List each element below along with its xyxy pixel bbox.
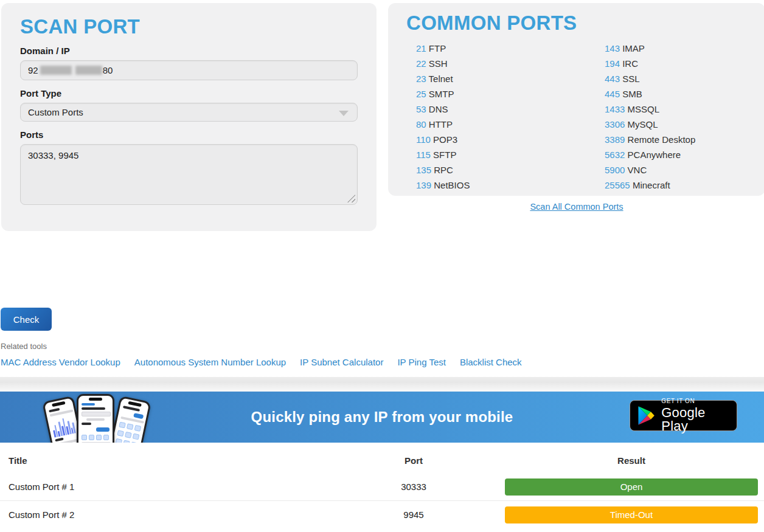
badge-get-it-on: GET IT ON xyxy=(661,398,729,404)
common-port-name: PCAnywhere xyxy=(628,150,681,160)
common-port-number-link[interactable]: 139 xyxy=(416,180,431,190)
col-header-result: Result xyxy=(505,455,758,466)
related-tool-link[interactable]: Autonomous System Number Lookup xyxy=(134,357,286,367)
common-port-name: SFTP xyxy=(433,150,456,160)
common-port-number-link[interactable]: 23 xyxy=(416,74,426,84)
common-port-number-link[interactable]: 22 xyxy=(416,58,426,69)
common-port-number-link[interactable]: 135 xyxy=(416,165,431,175)
common-port-name: MSSQL xyxy=(628,104,660,114)
common-port-number-link[interactable]: 53 xyxy=(416,104,426,114)
port-type-label: Port Type xyxy=(20,88,358,98)
common-port-number-link[interactable]: 5632 xyxy=(605,150,625,160)
common-port-item: 3306 MySQL xyxy=(605,117,747,132)
common-port-number-link[interactable]: 3306 xyxy=(605,119,625,130)
common-port-number-link[interactable]: 115 xyxy=(416,150,431,160)
scan-all-common-ports: Scan All Common Ports xyxy=(388,201,764,212)
phone-notch xyxy=(128,401,142,407)
domain-ip-input[interactable]: 9280 xyxy=(20,60,358,80)
phone-mockup-dns xyxy=(77,394,114,443)
page: SCAN PORT Domain / IP 9280 Port Type Cus… xyxy=(0,0,764,532)
section-divider xyxy=(0,377,764,392)
common-ports-column-1: 21 FTP22 SSH23 Telnet25 SMTP53 DNS80 HTT… xyxy=(406,41,577,193)
common-port-item: 194 IRC xyxy=(605,56,747,71)
common-port-number-link[interactable]: 3389 xyxy=(605,134,625,145)
common-port-name: NetBIOS xyxy=(434,180,470,190)
col-header-port: Port xyxy=(377,455,450,466)
common-port-item: 22 SSH xyxy=(416,56,577,71)
common-port-number-link[interactable]: 110 xyxy=(416,134,431,145)
ports-label: Ports xyxy=(20,130,358,140)
common-port-number-link[interactable]: 443 xyxy=(605,74,620,84)
common-ports-list: 21 FTP22 SSH23 Telnet25 SMTP53 DNS80 HTT… xyxy=(406,41,747,193)
domain-ip-value-suffix: 80 xyxy=(103,61,113,80)
common-port-name: MySQL xyxy=(628,119,658,130)
scan-all-common-ports-link[interactable]: Scan All Common Ports xyxy=(530,202,623,212)
common-port-name: DNS xyxy=(429,104,448,114)
common-port-number-link[interactable]: 194 xyxy=(605,58,620,69)
related-tool-link[interactable]: IP Subnet Calculator xyxy=(300,357,383,367)
common-ports-card: COMMON PORTS 21 FTP22 SSH23 Telnet25 SMT… xyxy=(388,3,764,196)
common-port-item: 53 DNS xyxy=(416,102,577,117)
check-button[interactable]: Check xyxy=(1,308,52,331)
common-port-name: IRC xyxy=(622,58,638,69)
google-play-icon xyxy=(637,405,655,426)
common-port-number-link[interactable]: 445 xyxy=(605,89,620,99)
phone-notch xyxy=(52,401,66,407)
common-port-item: 23 Telnet xyxy=(416,71,577,86)
resize-grip-icon[interactable] xyxy=(347,195,355,202)
common-port-item: 139 NetBIOS xyxy=(416,178,577,193)
common-port-item: 443 SSL xyxy=(605,71,747,86)
common-ports-title: COMMON PORTS xyxy=(406,12,747,35)
common-port-number-link[interactable]: 143 xyxy=(605,43,620,54)
row-title: Custom Port # 2 xyxy=(9,506,74,523)
common-port-number-link[interactable]: 80 xyxy=(416,119,426,130)
common-port-item: 5900 VNC xyxy=(605,162,747,178)
domain-ip-label: Domain / IP xyxy=(20,46,358,56)
row-divider xyxy=(0,500,764,501)
common-port-name: VNC xyxy=(628,165,647,175)
ports-textarea[interactable]: 30333, 9945 xyxy=(20,144,358,205)
related-tools-links: MAC Address Vendor LookupAutonomous Syst… xyxy=(1,357,522,367)
mobile-app-banner: Quickly ping any IP from your mobile xyxy=(0,392,764,443)
common-port-name: SMB xyxy=(622,89,642,99)
related-tool-link[interactable]: IP Ping Test xyxy=(397,357,446,367)
common-port-item: 25565 Minecraft xyxy=(605,178,747,193)
common-port-item: 3389 Remote Desktop xyxy=(605,132,747,147)
common-port-item: 143 IMAP xyxy=(605,41,747,56)
common-ports-column-2: 143 IMAP194 IRC443 SSL445 SMB1433 MSSQL3… xyxy=(577,41,747,193)
common-port-item: 110 POP3 xyxy=(416,132,577,147)
col-header-title: Title xyxy=(9,455,27,466)
badge-google-play: Google Play xyxy=(661,406,729,433)
port-type-selected-value: Custom Ports xyxy=(28,103,83,122)
common-port-number-link[interactable]: 25565 xyxy=(605,180,630,190)
results-table: Title Port Result Custom Port # 1 30333 … xyxy=(0,448,764,532)
common-port-name: POP3 xyxy=(433,134,457,145)
redacted-block xyxy=(40,66,72,75)
table-row: Custom Port # 2 9945 Timed-Out xyxy=(0,506,764,523)
common-port-name: RPC xyxy=(434,165,453,175)
related-tools-label: Related tools xyxy=(1,342,47,351)
common-port-number-link[interactable]: 5900 xyxy=(605,165,625,175)
common-port-number-link[interactable]: 21 xyxy=(416,43,426,54)
common-port-name: Remote Desktop xyxy=(628,134,696,145)
row-port: 30333 xyxy=(377,478,450,496)
common-port-name: IMAP xyxy=(622,43,645,54)
phone-notch xyxy=(89,398,102,401)
scan-port-card: SCAN PORT Domain / IP 9280 Port Type Cus… xyxy=(1,3,377,231)
phone-tool-tiles xyxy=(82,435,109,440)
related-tool-link[interactable]: MAC Address Vendor Lookup xyxy=(1,357,120,367)
row-port: 9945 xyxy=(377,506,450,523)
common-port-item: 5632 PCAnywhere xyxy=(605,147,747,162)
chevron-down-icon xyxy=(339,111,349,116)
common-port-item: 115 SFTP xyxy=(416,147,577,162)
common-port-number-link[interactable]: 25 xyxy=(416,89,426,99)
common-port-name: SMTP xyxy=(429,89,454,99)
port-type-select[interactable]: Custom Ports xyxy=(20,103,358,122)
ports-value: 30333, 9945 xyxy=(28,150,78,161)
google-play-badge[interactable]: GET IT ON Google Play xyxy=(630,400,737,431)
status-badge: Open xyxy=(505,478,758,496)
common-port-number-link[interactable]: 1433 xyxy=(605,104,625,114)
common-port-item: 21 FTP xyxy=(416,41,577,56)
domain-ip-value-prefix: 92 xyxy=(28,61,38,80)
related-tool-link[interactable]: Blacklist Check xyxy=(460,357,522,367)
